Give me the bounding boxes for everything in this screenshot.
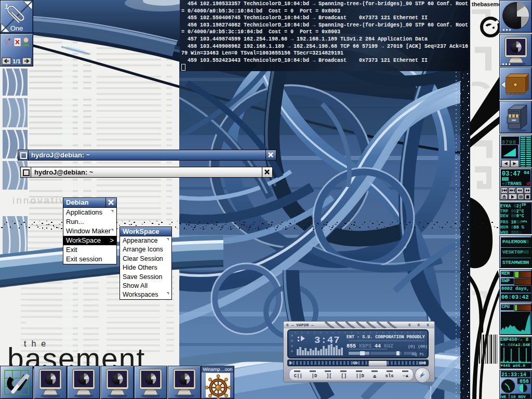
svg-text:21:33:14: 21:33:14: [501, 372, 526, 378]
svg-text:(O) (OO): (O) (OO): [408, 344, 428, 349]
svg-text:c: c: [8, 41, 11, 47]
svg-text:3:47: 3:47: [314, 335, 340, 346]
svg-text:EQ PL: EQ PL: [412, 352, 424, 356]
svg-text:19 NOV: 19 NOV: [511, 394, 526, 399]
svg-text:One: One: [10, 24, 23, 32]
svg-text:1/1: 1/1: [12, 58, 20, 64]
svg-text:WE: WE: [501, 394, 507, 399]
svg-text:1: 1: [5, 3, 8, 10]
svg-text:856: 856: [520, 379, 529, 384]
svg-text:ENT - S.U. CORPORATION PROUDLY: ENT - S.U. CORPORATION PROUDLY: [347, 335, 425, 340]
svg-text:855 KBPS 44 KHZ: 855 KBPS 44 KHZ: [347, 343, 393, 349]
